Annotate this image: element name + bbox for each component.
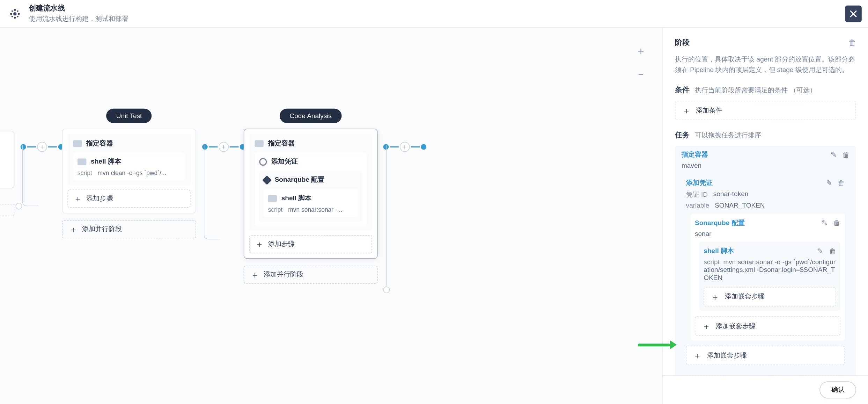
connector-node — [383, 287, 390, 293]
svg-point-8 — [17, 16, 19, 17]
svg-point-3 — [14, 9, 16, 10]
edit-task-button[interactable]: ✎ — [831, 151, 837, 159]
stage-card-unit-test[interactable]: 指定容器 shell 脚本 scriptmvn clean -o -gs `pw… — [62, 129, 196, 214]
plus-icon: ＋ — [251, 270, 259, 279]
connector-elbow — [382, 145, 387, 289]
plus-icon: ＋ — [702, 322, 711, 331]
task-item-container[interactable]: 指定容器 ✎🗑 maven 添加凭证 ✎🗑 凭证 IDsonar-tok — [675, 146, 856, 375]
add-nested-step-button[interactable]: ＋添加嵌套步骤 — [695, 317, 840, 336]
add-nested-step-button[interactable]: ＋添加嵌套步骤 — [704, 287, 836, 307]
add-stage-button[interactable]: + — [400, 142, 410, 152]
plus-icon: ＋ — [255, 240, 264, 248]
stage-stub-ghost — [0, 204, 14, 216]
add-condition-button[interactable]: ＋添加条件 — [675, 101, 856, 121]
zoom-out-button[interactable]: － — [636, 67, 646, 81]
add-step-button[interactable]: ＋添加步骤 — [67, 189, 190, 208]
plus-icon: ＋ — [682, 107, 691, 115]
container-icon — [73, 140, 82, 146]
edit-task-button[interactable]: ✎ — [826, 179, 832, 188]
panel-title: 阶段 — [675, 38, 689, 48]
delete-task-button[interactable]: 🗑 — [838, 179, 845, 188]
diamond-icon — [262, 175, 272, 185]
stage-chip-code-analysis[interactable]: Code Analysis — [280, 109, 342, 123]
terminal-icon — [268, 195, 277, 201]
confirm-button[interactable]: 确认 — [819, 381, 856, 398]
plus-icon: ＋ — [74, 195, 82, 203]
connector-node — [15, 203, 22, 209]
close-button[interactable] — [845, 5, 862, 22]
task-name-link[interactable]: 指定容器 — [682, 150, 708, 160]
terminal-icon — [78, 158, 86, 165]
edit-task-button[interactable]: ✎ — [822, 219, 828, 228]
task-item-credentials[interactable]: 添加凭证 ✎🗑 凭证 IDsonar-token variableSONAR_T… — [686, 174, 849, 370]
task-name-link[interactable]: Sonarqube 配置 — [695, 218, 745, 228]
step-credentials[interactable]: 添加凭证 — [259, 157, 362, 166]
task-item-sonarqube[interactable]: Sonarqube 配置 ✎🗑 sonar shell 脚本 ✎🗑 — [691, 214, 845, 341]
tasks-title: 任务 — [675, 130, 689, 140]
svg-point-4 — [14, 16, 16, 18]
header-bar: 创建流水线 使用流水线进行构建，测试和部署 — [0, 0, 868, 28]
delete-stage-button[interactable]: 🗑 — [848, 38, 856, 47]
stage-card-stub[interactable] — [0, 131, 14, 188]
connector: + — [383, 142, 427, 152]
zoom-in-button[interactable]: ＋ — [636, 44, 646, 58]
task-name-link[interactable]: shell 脚本 — [704, 247, 734, 256]
step-container[interactable]: 指定容器 — [255, 139, 367, 148]
app-logo-icon — [8, 6, 22, 21]
step-shell[interactable]: shell 脚本 — [268, 194, 353, 203]
page-title: 创建流水线 — [29, 3, 128, 14]
svg-point-1 — [10, 13, 12, 14]
task-list: 指定容器 ✎🗑 maven 添加凭证 ✎🗑 凭证 IDsonar-tok — [675, 146, 856, 375]
delete-task-button[interactable]: 🗑 — [829, 247, 836, 256]
svg-point-0 — [13, 12, 17, 15]
add-parallel-stage-button[interactable]: ＋添加并行阶段 — [62, 220, 196, 238]
stage-chip-unit-test[interactable]: Unit Test — [106, 109, 152, 123]
connector-elbow — [204, 145, 221, 240]
delete-task-button[interactable]: 🗑 — [833, 219, 841, 228]
panel-description: 执行的位置，具体取决于该 agent 部分的放置位置。该部分必须在 Pipeli… — [675, 54, 856, 75]
step-shell[interactable]: shell 脚本 — [78, 157, 181, 166]
step-sonarqube[interactable]: Sonarqube 配置 — [264, 175, 358, 185]
add-nested-step-button[interactable]: ＋添加嵌套步骤 — [686, 346, 845, 366]
tasks-subtitle: 可以拖拽任务进行排序 — [695, 131, 761, 140]
stage-card-code-analysis[interactable]: 指定容器 添加凭证 Sonarqube 配置 shell 脚本 scriptmv… — [244, 129, 378, 259]
step-container[interactable]: 指定容器 — [73, 139, 185, 148]
add-parallel-stage-button[interactable]: ＋添加并行阶段 — [244, 266, 378, 284]
plus-icon: ＋ — [693, 352, 702, 360]
svg-point-5 — [12, 10, 13, 12]
connector-elbow — [22, 145, 39, 206]
container-icon — [255, 140, 264, 146]
key-icon — [259, 158, 267, 165]
svg-point-2 — [18, 13, 20, 14]
svg-point-6 — [17, 10, 19, 12]
delete-task-button[interactable]: 🗑 — [842, 151, 849, 159]
svg-point-7 — [12, 16, 13, 17]
page-subtitle: 使用流水线进行构建，测试和部署 — [29, 14, 128, 24]
annotation-arrow — [638, 340, 677, 349]
task-item-shell[interactable]: shell 脚本 ✎🗑 script mvn sonar:sonar -o -g… — [699, 243, 840, 311]
pipeline-canvas[interactable]: ＋ － + Unit Test — [0, 28, 662, 404]
conditions-subtitle: 执行当前阶段所需要满足的条件 （可选） — [695, 86, 816, 95]
plus-icon: ＋ — [711, 293, 719, 301]
plus-icon: ＋ — [69, 225, 78, 233]
add-step-button[interactable]: ＋添加步骤 — [249, 235, 372, 253]
task-name-link[interactable]: 添加凭证 — [686, 179, 713, 188]
conditions-title: 条件 — [675, 86, 689, 96]
edit-task-button[interactable]: ✎ — [817, 247, 823, 256]
